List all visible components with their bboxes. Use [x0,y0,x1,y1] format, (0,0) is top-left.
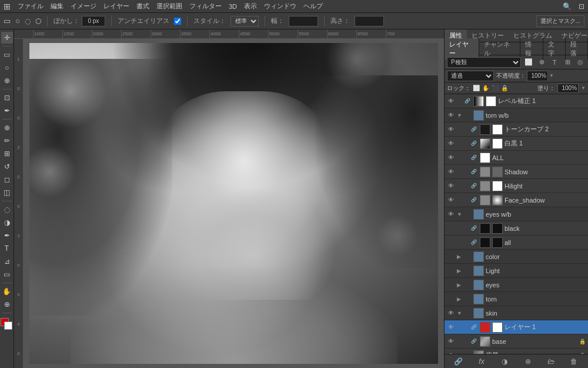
layer-filter-pixel-btn[interactable]: ⬜ [523,57,534,68]
healing-tool[interactable]: ⊕ [1,122,13,134]
opacity-arrow[interactable]: ▼ [549,73,554,78]
canvas-image-container[interactable] [24,39,444,368]
lock-transparent-btn[interactable]: ⬜ [473,85,480,91]
layer-expand-toggle[interactable]: ▼ [457,112,463,118]
layer-visibility-toggle[interactable]: 👁 [447,125,455,134]
lock-all-btn[interactable]: 🔒 [501,85,508,91]
hand-tool[interactable]: ✋ [1,286,13,297]
menu-item-file[interactable]: ファイル [18,2,44,11]
layer-item[interactable]: ▶Light [445,264,588,278]
layer-item[interactable]: 👁▼torn w/b [445,108,588,122]
layer-visibility-toggle[interactable] [447,295,455,303]
layer-item[interactable]: 👁▼eyes w/b [445,207,588,221]
eraser-tool[interactable]: ◻ [1,174,13,185]
layer-item[interactable]: ▶eyes [445,278,588,292]
layer-item[interactable]: 👁🔗白黒 1 [445,137,588,151]
layer-item[interactable]: ▶torn [445,292,588,306]
path-tool[interactable]: ⊿ [1,256,13,267]
layer-visibility-toggle[interactable]: 👁 [447,168,455,176]
layer-visibility-toggle[interactable] [447,253,455,261]
pen-tool[interactable]: ✒ [1,230,13,241]
menu-item-3d[interactable]: 3D [229,3,237,10]
layer-item[interactable]: 👁🔗レベル補正 1 [445,94,588,108]
layer-visibility-toggle[interactable] [447,281,455,289]
layer-expand-toggle[interactable]: ▶ [457,268,463,274]
layer-item[interactable]: 👁🔗base🔒 [445,334,588,349]
window-restore-icon[interactable]: ⊡ [579,2,584,11]
layer-expand-toggle[interactable]: ▼ [457,211,463,217]
menu-item-help[interactable]: ヘルプ [303,2,323,11]
layer-group-btn[interactable]: 🗁 [545,356,557,367]
layer-item[interactable]: 👁🔗Face_shadow [445,193,588,207]
zoom-tool[interactable]: ⊕ [1,299,13,310]
layer-expand-toggle[interactable]: ▶ [457,254,463,260]
menu-item-edit[interactable]: 編集 [51,2,64,11]
select-mask-button[interactable]: 選択とマスク... [536,15,584,27]
gradient-tool[interactable]: ◫ [1,187,13,198]
layer-visibility-toggle[interactable] [447,267,455,275]
layer-visibility-toggle[interactable]: 👁 [447,182,455,190]
layer-item[interactable]: 🔗black [445,221,588,236]
layer-delete-btn[interactable]: 🗑 [568,356,580,367]
crop-tool[interactable]: ⊡ [1,92,13,104]
layer-visibility-toggle[interactable]: 👁 [447,323,455,331]
eyedropper-tool[interactable]: ✒ [1,105,13,117]
search-icon[interactable]: 🔍 [563,2,572,11]
width-input[interactable] [289,16,318,26]
layer-kind-dropdown[interactable]: P種類 [447,57,521,68]
lock-position-btn[interactable]: ⬛ [492,85,499,91]
layer-item[interactable]: 👁🔗Shadow [445,165,588,179]
lock-image-btn[interactable]: ✋ [482,85,489,91]
layer-item[interactable]: 👁🔗ALL [445,151,588,165]
layer-expand-toggle[interactable]: ▶ [457,282,463,288]
layer-visibility-toggle[interactable]: 👁 [447,210,455,218]
history-brush-tool[interactable]: ↺ [1,161,13,173]
layer-visibility-toggle[interactable] [447,238,455,247]
menu-item-image[interactable]: イメージ [71,2,96,11]
layer-visibility-toggle[interactable]: 👁 [447,154,455,162]
text-tool[interactable]: T [1,243,13,254]
layer-item[interactable]: ▶color [445,250,588,264]
layer-expand-toggle[interactable]: ▼ [457,310,463,316]
blur-input[interactable] [82,16,105,26]
layer-item[interactable]: 👁🔗トーンカーブ 2 [445,122,588,137]
background-color[interactable] [4,321,12,330]
blur-tool[interactable]: ◌ [1,204,13,216]
layer-visibility-toggle[interactable]: 👁 [447,111,455,120]
layer-list[interactable]: 👁🔗レベル補正 1👁▼torn w/b👁🔗トーンカーブ 2👁🔗白黒 1👁🔗ALL… [445,94,588,354]
menu-item-window[interactable]: ウィンドウ [264,2,296,11]
lasso-tool[interactable]: ○ [1,62,13,74]
layer-item[interactable]: 🔗all [445,236,588,250]
menu-item-format[interactable]: 書式 [136,2,149,11]
fill-input[interactable] [557,84,579,93]
quick-select-tool[interactable]: ⊕ [1,75,13,87]
layer-filter-adj-btn[interactable]: ⊕ [536,57,547,68]
height-input[interactable] [355,16,384,26]
blend-mode-dropdown[interactable]: 通過 [447,71,494,81]
layer-visibility-toggle[interactable]: 👁 [447,140,455,148]
layer-item[interactable]: 👁🔗レイヤー 1 [445,320,588,334]
layer-filter-type-btn[interactable]: T [549,57,560,68]
menu-item-view[interactable]: 表示 [244,2,257,11]
layer-visibility-toggle[interactable]: 👁 [447,337,455,346]
layer-expand-toggle[interactable]: ▶ [457,296,463,302]
antialias-checkbox[interactable] [174,18,181,25]
menu-item-layer[interactable]: レイヤー [103,2,129,11]
layer-adj-btn[interactable]: ⊕ [522,356,534,367]
layer-filter-smart-btn[interactable]: ◎ [575,57,586,68]
layer-item[interactable]: 👁▼skin [445,306,588,320]
layer-visibility-toggle[interactable]: 👁 [447,196,455,204]
brush-tool[interactable]: ✏ [1,135,13,147]
menu-item-filter[interactable]: フィルター [189,2,222,11]
move-tool[interactable]: ✛ [1,32,13,44]
layer-mask-btn[interactable]: ◑ [499,356,510,367]
layer-fx-btn[interactable]: fx [476,356,487,367]
dodge-tool[interactable]: ◑ [1,217,13,228]
color-swatches[interactable] [1,318,14,332]
layer-item[interactable]: 👁🔗Hilight [445,179,588,193]
layer-filter-shape-btn[interactable]: ⊞ [562,57,573,68]
menu-item-select[interactable]: 選択範囲 [156,2,182,11]
layer-visibility-toggle[interactable]: 👁 [447,309,455,317]
fill-arrow[interactable]: ▼ [581,85,586,91]
layer-visibility-toggle[interactable] [447,224,455,233]
